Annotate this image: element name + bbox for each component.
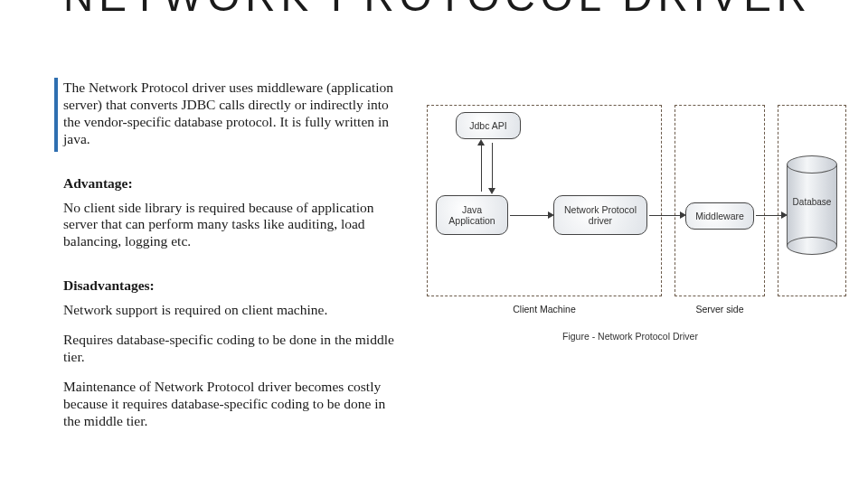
figure-caption: Figure - Network Protocol Driver: [562, 331, 698, 342]
arrow-head-right-icon: [548, 211, 554, 219]
intro-paragraph: The Network Protocol driver uses middlew…: [63, 80, 405, 148]
architecture-diagram: Client Machine Server side Jdbc API Java…: [427, 105, 850, 349]
arrow-head-up-icon: [477, 139, 485, 145]
database-label: Database: [787, 197, 837, 207]
disadvantage-item: Maintenance of Network Protocol driver b…: [63, 379, 405, 430]
network-protocol-driver-node: Network Protocol driver: [553, 195, 647, 235]
arrow-line: [481, 143, 482, 192]
page-title: NETWORK PROTOCOL DRIVER: [63, 0, 812, 18]
server-side-region: [675, 105, 765, 296]
middleware-node: Middleware: [685, 202, 754, 230]
client-region-label: Client Machine: [427, 304, 662, 314]
title-accent-bar: [54, 78, 58, 152]
disadvantage-item: Requires database-specific coding to be …: [63, 332, 405, 366]
advantage-text: No client side library is required becau…: [63, 200, 405, 251]
java-application-node: Java Application: [436, 195, 508, 235]
server-region-label: Server side: [675, 304, 765, 314]
advantage-label: Advantage:: [63, 175, 405, 192]
database-cylinder-icon: Database: [787, 155, 837, 255]
arrow-head-right-icon: [781, 211, 788, 219]
slide: NETWORK PROTOCOL DRIVER The Network Prot…: [0, 0, 868, 488]
arrow-line: [756, 215, 783, 216]
disadvantage-item: Network support is required on client ma…: [63, 302, 405, 319]
arrow-line: [649, 215, 682, 216]
jdbc-api-node: Jdbc API: [456, 112, 521, 139]
disadvantage-label: Disadvantages:: [63, 277, 405, 295]
arrow-line: [510, 215, 550, 216]
body-text-column: The Network Protocol driver uses middlew…: [63, 80, 405, 443]
arrow-head-right-icon: [680, 211, 686, 219]
arrow-line: [492, 143, 493, 192]
